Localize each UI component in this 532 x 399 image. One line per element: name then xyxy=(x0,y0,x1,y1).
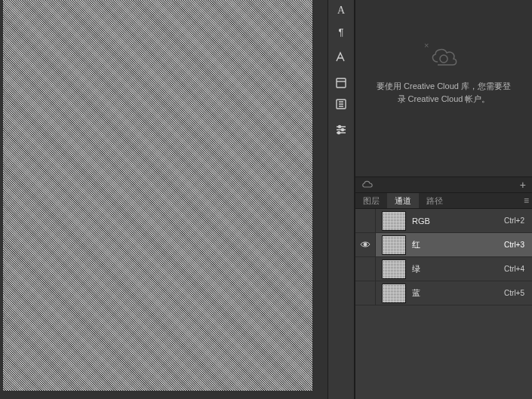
svg-point-2 xyxy=(339,126,341,128)
channel-thumb-rgb xyxy=(382,211,406,231)
channel-visibility-rgb[interactable] xyxy=(355,209,376,232)
tool-a1-icon[interactable]: A xyxy=(328,0,354,21)
tab-channels[interactable]: 通道 xyxy=(387,193,419,208)
channel-shortcut: Ctrl+2 xyxy=(504,216,524,225)
canvas-noise-overlay xyxy=(3,0,312,391)
svg-point-3 xyxy=(342,129,344,131)
channels-list: RGB Ctrl+2 红 Ctrl+3 绿 Ctrl+4 xyxy=(355,209,532,305)
channel-visibility-green[interactable] xyxy=(355,257,376,281)
channel-thumb-blue xyxy=(382,284,406,303)
layers-panel-tabs: 图层 通道 路径 ≡ xyxy=(355,193,532,209)
cc-libraries-panel: × 要使用 Creative Cloud 库，您需要登 录 Creative C… xyxy=(355,0,532,193)
channel-row-red[interactable]: 红 Ctrl+3 xyxy=(355,233,532,257)
cc-cloud-icon: × xyxy=(429,45,459,66)
right-panels-column: × 要使用 Creative Cloud 库，您需要登 录 Creative C… xyxy=(355,0,532,399)
tab-paths[interactable]: 路径 xyxy=(419,193,451,208)
panel-menu-icon[interactable]: ≡ xyxy=(524,193,529,208)
pilcrow-icon: ¶ xyxy=(339,26,344,38)
paragraph-icon[interactable]: ¶ xyxy=(328,21,354,42)
channel-row-green[interactable]: 绿 Ctrl+4 xyxy=(355,257,532,281)
document-canvas[interactable] xyxy=(3,0,312,391)
character-styles-icon[interactable] xyxy=(328,47,354,68)
svg-point-4 xyxy=(338,132,340,134)
glyph-a-icon: A xyxy=(337,5,345,17)
channel-visibility-red[interactable] xyxy=(355,233,376,256)
channel-name: 蓝 xyxy=(412,287,420,299)
cc-offline-x-icon: × xyxy=(424,41,429,50)
channel-visibility-blue[interactable] xyxy=(355,281,376,305)
document-area xyxy=(0,0,328,399)
channel-shortcut: Ctrl+3 xyxy=(504,241,524,249)
cc-sync-icon[interactable] xyxy=(361,180,374,190)
channel-shortcut: Ctrl+4 xyxy=(504,265,524,273)
cc-panel-footer: + xyxy=(355,176,532,192)
panel-btn-2-icon[interactable] xyxy=(328,94,354,115)
channel-name: RGB xyxy=(412,216,430,226)
cc-signin-message: 要使用 Creative Cloud 库，您需要登 录 Creative Clo… xyxy=(376,80,512,105)
tab-layers[interactable]: 图层 xyxy=(355,193,387,208)
channel-thumb-green xyxy=(382,259,406,279)
eye-icon xyxy=(360,241,371,250)
svg-point-5 xyxy=(364,243,367,246)
adjustments-icon[interactable] xyxy=(328,119,354,140)
channel-row-blue[interactable]: 蓝 Ctrl+5 xyxy=(355,281,532,305)
app-root: A ¶ × xyxy=(0,0,532,399)
svg-rect-0 xyxy=(337,78,346,87)
collapsed-panel-strip: A ¶ xyxy=(328,0,355,399)
channel-name: 绿 xyxy=(412,263,420,275)
channel-thumb-red xyxy=(382,235,406,255)
channels-panel-empty-area xyxy=(355,305,532,399)
channel-row-rgb[interactable]: RGB Ctrl+2 xyxy=(355,209,532,233)
channel-name: 红 xyxy=(412,239,420,250)
cc-msg-line2: 录 Creative Cloud 帐户。 xyxy=(398,94,490,103)
panel-btn-1-icon[interactable] xyxy=(328,72,354,94)
channel-shortcut: Ctrl+5 xyxy=(504,289,524,297)
cc-msg-line1: 要使用 Creative Cloud 库，您需要登 xyxy=(377,81,511,91)
cc-add-icon[interactable]: + xyxy=(520,179,526,191)
